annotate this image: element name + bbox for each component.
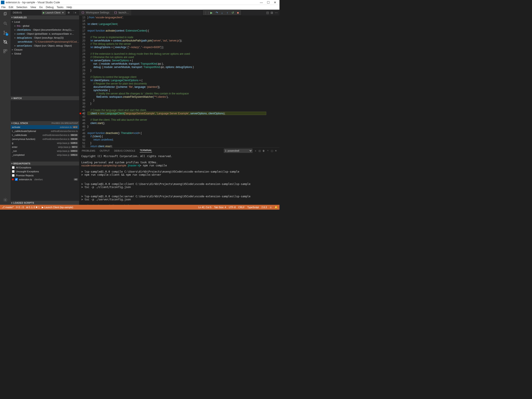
panel-tabs: PROBLEMS OUTPUT DEBUG CONSOLE TERMINAL 1… — [79, 148, 279, 154]
bp-file-row[interactable]: extension.tsclient\src42 — [11, 178, 79, 181]
bp-promise-rejects[interactable]: Promise Rejects — [11, 173, 79, 178]
kill-terminal-icon[interactable]: 🗑 — [262, 149, 265, 152]
menubar: File Edit Selection View Go Debug Tasks … — [0, 5, 279, 10]
breakpoints-header[interactable]: ▾BREAKPOINTS — [11, 161, 79, 166]
debug-icon[interactable] — [3, 39, 8, 45]
more-actions-icon[interactable]: ⋯ — [275, 11, 278, 14]
tab-workspace-settings[interactable]: {}Workspace Settings — [79, 10, 112, 15]
scope-global[interactable]: ▸Global — [11, 52, 79, 56]
status-eol[interactable]: CRLF — [238, 206, 245, 209]
bp-uncaught[interactable]: Uncaught Exceptions — [11, 170, 79, 173]
breakpoint-dot-icon — [12, 178, 14, 180]
status-sync[interactable]: ⟳ 0 ↑ 0 — [16, 206, 24, 209]
callstack-row[interactable]: enterwinjs.base.js867:1 — [11, 145, 79, 149]
maximize-icon[interactable]: ☐ — [267, 1, 270, 4]
status-bell-icon[interactable]: 🔔 — [275, 206, 278, 209]
callstack-row[interactable]: _runwinjs.base.js1083:1 — [11, 149, 79, 153]
callstack-row[interactable]: (anonymous function)extHostExtensionServ… — [11, 137, 79, 141]
source-control-icon[interactable]: 1 — [3, 30, 8, 35]
menu-tasks[interactable]: Tasks — [57, 6, 64, 9]
menu-edit[interactable]: Edit — [9, 6, 13, 9]
variable-row[interactable]: ▸this: global — [11, 24, 79, 28]
status-feedback-icon[interactable]: ☺ — [270, 206, 272, 209]
explorer-icon[interactable] — [3, 12, 8, 17]
close-panel-icon[interactable]: ✕ — [275, 149, 277, 152]
panel: PROBLEMS OUTPUT DEBUG CONSOLE TERMINAL 1… — [79, 147, 279, 205]
split-terminal-icon[interactable]: ◫ — [259, 149, 261, 152]
scope-local[interactable]: ▾Local — [11, 20, 79, 24]
svg-rect-1 — [4, 12, 6, 15]
tab-problems[interactable]: PROBLEMS — [82, 149, 95, 152]
code-content[interactable]: } from 'vscode-languageclient';let clien… — [88, 15, 266, 147]
line-number-gutter: 1314151617181920212223242526272829303132… — [79, 15, 88, 147]
scope-closure[interactable]: ▸Closure — [11, 48, 79, 52]
menu-view[interactable]: View — [30, 6, 36, 9]
variables-header[interactable]: ▾VARIABLES — [11, 15, 79, 19]
continue-icon[interactable]: ▶ — [209, 11, 213, 14]
callstack-header[interactable]: ▾CALL STACKPAUSED ON BREAKPOINT — [11, 121, 79, 125]
extensions-icon[interactable] — [3, 49, 8, 54]
watch-header[interactable]: ▾WATCH — [11, 96, 79, 100]
bp-all-exceptions[interactable]: All Exceptions — [11, 166, 79, 170]
debug-toolbar[interactable]: ⋮⋮ ▶ ↷ ↓ ↑ ↺ ■ — [203, 10, 241, 15]
code-editor[interactable]: 1314151617181920212223242526272829303132… — [79, 15, 279, 147]
callstack-row[interactable]: gwinjs.base.js1185:1 — [11, 141, 79, 145]
svg-point-2 — [4, 22, 6, 24]
callstack-row[interactable]: t._callActivateOptionalextHostExtensionS… — [11, 129, 79, 133]
more-icon[interactable]: ⋮≡ — [72, 11, 77, 14]
status-problems[interactable]: ⊗ 0 ⚠ 0 ✖ 1 — [26, 206, 40, 209]
svg-point-4 — [4, 31, 5, 32]
window-controls: — ☐ ✕ — [260, 1, 279, 4]
tab-launch[interactable]: {}launch… — [112, 10, 132, 15]
search-icon[interactable] — [3, 21, 8, 26]
callstack-row[interactable]: t._callActivateextHostExtensionService.t… — [11, 133, 79, 137]
status-branch[interactable]: ⎇ master* — [2, 206, 14, 209]
menu-go[interactable]: Go — [39, 6, 43, 9]
svg-rect-0 — [4, 13, 6, 15]
variable-row[interactable]: ▸clientOptions: Object {documentSelector… — [11, 28, 79, 32]
status-launch[interactable]: ▶ Launch Client (lsp-sample) — [42, 206, 73, 209]
panel-up-icon[interactable]: ＾ — [267, 149, 269, 153]
maximize-panel-icon[interactable]: ▢ — [271, 149, 273, 152]
split-editor-icon[interactable]: ◫ — [266, 11, 269, 14]
status-ln-col[interactable]: Ln 42, Col 5 — [198, 206, 211, 209]
restart-icon[interactable]: ↺ — [231, 11, 235, 14]
settings-gear-icon[interactable] — [3, 197, 8, 203]
drag-handle-icon[interactable]: ⋮⋮ — [204, 11, 208, 14]
tab-terminal[interactable]: TERMINAL — [140, 149, 152, 153]
step-into-icon[interactable]: ↓ — [220, 11, 224, 14]
gear-icon[interactable]: ⚙ — [67, 11, 70, 14]
svg-point-12 — [5, 199, 6, 201]
variable-row[interactable]: serverModule: "C:\Users\dirkb\Projects\m… — [11, 40, 79, 44]
status-tslint[interactable]: 2.8.3 — [261, 206, 267, 209]
minimize-icon[interactable]: — — [260, 1, 263, 4]
status-encoding[interactable]: UTF-8 — [229, 206, 235, 209]
terminal-content[interactable]: Copyright (C) Microsoft Corporation. All… — [79, 154, 279, 205]
callstack-row[interactable]: _completedwinjs.base.js1051:1 — [11, 153, 79, 157]
new-terminal-icon[interactable]: ＋ — [254, 149, 257, 153]
status-language[interactable]: TypeScript — [247, 206, 259, 209]
menu-help[interactable]: Help — [66, 6, 72, 9]
variables-tree: ▾Local ▸this: global▸clientOptions: Obje… — [11, 19, 79, 96]
menu-debug[interactable]: Debug — [46, 6, 53, 9]
step-out-icon[interactable]: ↑ — [225, 11, 229, 14]
variable-row[interactable]: ▸debugOptions: Object {execArgv: Array(2… — [11, 36, 79, 40]
status-tabsize[interactable]: Tab Size: 4 — [214, 206, 226, 209]
menu-file[interactable]: File — [1, 6, 6, 9]
step-over-icon[interactable]: ↷ — [215, 11, 219, 14]
loaded-scripts-header[interactable]: ▸LOADED SCRIPTS — [11, 201, 79, 205]
variable-row[interactable]: ▸serverOptions: Object {run: Object, deb… — [11, 44, 79, 48]
terminal-dropdown[interactable]: 1: powershell — [224, 148, 253, 153]
close-icon[interactable]: ✕ — [274, 1, 276, 4]
minimap[interactable] — [266, 15, 279, 147]
menu-selection[interactable]: Selection — [16, 6, 27, 9]
start-debug-button[interactable]: ▶ Launch Client ▾ — [42, 10, 65, 15]
tab-debug-console[interactable]: DEBUG CONSOLE — [114, 149, 135, 152]
variable-row[interactable]: ▸context: Object {globalState: e, worksp… — [11, 32, 79, 36]
tab-output[interactable]: OUTPUT — [100, 149, 110, 152]
chevron-down-icon[interactable]: ▾ — [61, 11, 64, 14]
stop-icon[interactable]: ■ — [236, 11, 240, 14]
callstack-row[interactable]: activateextension.ts42:2 — [11, 125, 79, 129]
split-horizontal-icon[interactable]: ⊟ — [271, 11, 273, 14]
svg-rect-11 — [4, 51, 5, 53]
